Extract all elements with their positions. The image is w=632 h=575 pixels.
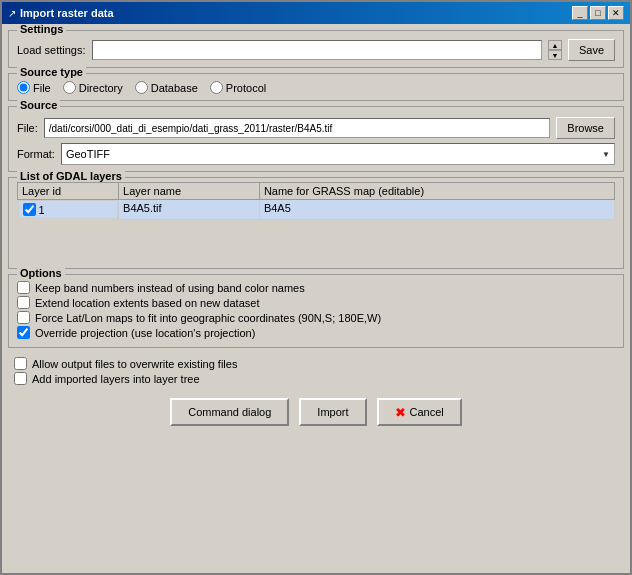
radio-database[interactable]: Database (135, 81, 198, 94)
option-override-projection[interactable]: Override projection (use location's proj… (17, 326, 615, 339)
col-grass-name: Name for GRASS map (editable) (259, 183, 614, 200)
browse-button[interactable]: Browse (556, 117, 615, 139)
minimize-button[interactable]: _ (572, 6, 588, 20)
main-window: ↗ Import raster data _ □ ✕ Settings Load… (0, 0, 632, 575)
gdal-table: Layer id Layer name Name for GRASS map (… (17, 182, 615, 220)
col-layer-id: Layer id (18, 183, 119, 200)
settings-group: Settings Load settings: ▲ ▼ Save (8, 30, 624, 68)
file-label: File: (17, 122, 38, 134)
file-row: File: Browse (17, 117, 615, 139)
cancel-icon: ✖ (395, 405, 406, 420)
window-icon: ↗ (8, 8, 16, 19)
gdal-layers-label: List of GDAL layers (17, 170, 125, 182)
source-type-radios: File Directory Database Protocol (17, 81, 615, 94)
cancel-label: Cancel (410, 406, 444, 418)
cancel-button[interactable]: ✖ Cancel (377, 398, 462, 426)
spin-up-button[interactable]: ▲ (548, 40, 562, 50)
source-group: Source File: Browse Format: GeoTIFF ▼ (8, 106, 624, 172)
option-overwrite[interactable]: Allow output files to overwrite existing… (14, 357, 618, 370)
file-input[interactable] (44, 118, 551, 138)
table-row: 1 B4A5.tif B4A5 (18, 200, 615, 220)
gdal-table-wrapper: Layer id Layer name Name for GRASS map (… (17, 182, 615, 262)
save-button[interactable]: Save (568, 39, 615, 61)
row-layer-name: B4A5.tif (119, 200, 260, 220)
format-label: Format: (17, 148, 55, 160)
load-settings-label: Load settings: (17, 44, 86, 56)
option-force-latlon[interactable]: Force Lat/Lon maps to fit into geographi… (17, 311, 615, 324)
settings-label: Settings (17, 24, 66, 35)
option-add-layers[interactable]: Add imported layers into layer tree (14, 372, 618, 385)
radio-directory[interactable]: Directory (63, 81, 123, 94)
title-bar: ↗ Import raster data _ □ ✕ (2, 2, 630, 24)
option-keep-band[interactable]: Keep band numbers instead of using band … (17, 281, 615, 294)
row-grass-name[interactable]: B4A5 (259, 200, 614, 220)
option-extend-location[interactable]: Extend location extents based on new dat… (17, 296, 615, 309)
gdal-layers-group: List of GDAL layers Layer id Layer name … (8, 177, 624, 269)
title-buttons: _ □ ✕ (572, 6, 624, 20)
load-settings-input[interactable] (92, 40, 542, 60)
options-label: Options (17, 267, 65, 279)
source-type-group: Source type File Directory Database Prot… (8, 73, 624, 101)
format-combo[interactable]: GeoTIFF ▼ (61, 143, 615, 165)
spin-down-button[interactable]: ▼ (548, 50, 562, 60)
maximize-button[interactable]: □ (590, 6, 606, 20)
standalone-checkboxes: Allow output files to overwrite existing… (8, 353, 624, 389)
source-type-label: Source type (17, 66, 86, 78)
combo-arrow-icon: ▼ (602, 150, 610, 159)
radio-file[interactable]: File (17, 81, 51, 94)
command-dialog-button[interactable]: Command dialog (170, 398, 289, 426)
options-group: Options Keep band numbers instead of usi… (8, 274, 624, 348)
layer-id: 1 (39, 204, 45, 216)
source-label: Source (17, 99, 60, 111)
col-layer-name: Layer name (119, 183, 260, 200)
radio-protocol[interactable]: Protocol (210, 81, 266, 94)
window-body: Settings Load settings: ▲ ▼ Save Source … (2, 24, 630, 573)
window-title: Import raster data (20, 7, 114, 19)
format-row: Format: GeoTIFF ▼ (17, 143, 615, 165)
import-button[interactable]: Import (299, 398, 366, 426)
close-button[interactable]: ✕ (608, 6, 624, 20)
layer-checkbox[interactable] (23, 203, 36, 216)
format-value: GeoTIFF (66, 148, 110, 160)
row-check-id[interactable]: 1 (18, 200, 119, 219)
title-bar-left: ↗ Import raster data (8, 7, 114, 19)
bottom-buttons: Command dialog Import ✖ Cancel (8, 394, 624, 430)
